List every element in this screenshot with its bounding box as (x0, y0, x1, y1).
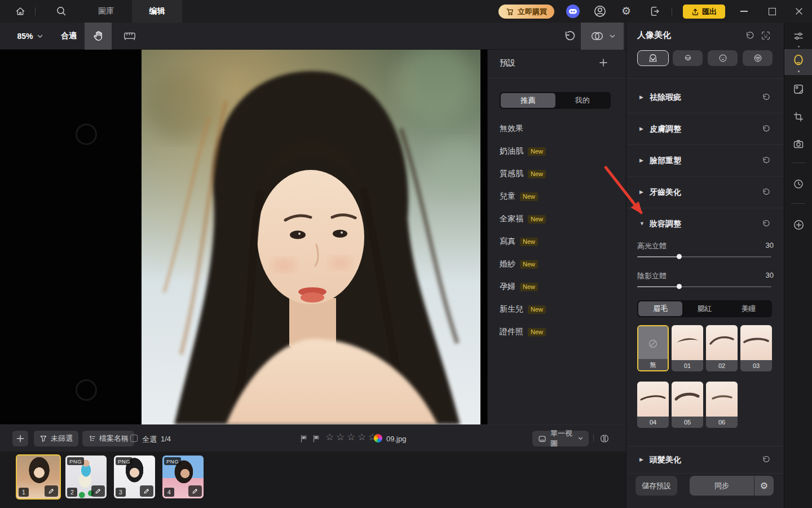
fit-view-button[interactable]: 合適 (58, 23, 80, 50)
export-button[interactable]: 匯出 (683, 5, 725, 19)
slider-highlight-track[interactable] (637, 256, 771, 257)
undo-button[interactable] (556, 23, 581, 50)
camera-tool-icon[interactable] (784, 138, 812, 150)
brow-style-02[interactable]: 02 (706, 325, 738, 371)
slider-highlight-thumb[interactable] (677, 254, 682, 259)
history-tool-icon[interactable] (784, 178, 812, 190)
transfer-icon[interactable] (648, 5, 661, 17)
star-rating-2[interactable]: ☆ (336, 432, 345, 442)
slider-shadow-thumb[interactable] (677, 284, 682, 289)
add-preset-button[interactable] (598, 58, 608, 68)
face-category-child-button[interactable] (708, 50, 738, 66)
compare-view-button[interactable] (581, 23, 624, 50)
slider-fill (637, 286, 679, 287)
edit-pencil-icon[interactable] (140, 485, 153, 497)
sync-label: 同步 (714, 481, 729, 491)
slider-highlight-value: 30 (751, 241, 774, 249)
tab-contact-lens[interactable]: 美瞳 (727, 301, 771, 316)
sync-settings-button[interactable]: ⚙ (754, 476, 774, 496)
section-reset-icon[interactable] (761, 93, 770, 102)
image-canvas[interactable] (0, 50, 487, 424)
add-tool-icon[interactable] (784, 219, 812, 231)
face-category-male-button[interactable] (673, 50, 703, 66)
brow-style-06[interactable]: 06 (706, 382, 738, 428)
color-label-icon[interactable] (374, 434, 382, 443)
edit-pencil-icon[interactable] (188, 485, 202, 497)
zoom-level-value: 85% (17, 32, 33, 41)
settings-gear-icon[interactable]: ⚙ (621, 6, 631, 16)
flag-reject-icon[interactable] (312, 434, 321, 443)
preset-item[interactable]: 新生兒New (500, 298, 546, 321)
save-preset-button[interactable]: 儲存預設 (636, 476, 677, 496)
preset-item[interactable]: 寫真New (500, 230, 538, 253)
panel-reset-icon[interactable] (744, 30, 754, 41)
brow-style-04[interactable]: 04 (637, 382, 669, 428)
filmstrip-item-1[interactable]: 1 (16, 454, 61, 500)
adjustments-tool-icon[interactable] (784, 30, 812, 42)
edit-pencil-icon[interactable] (45, 485, 58, 497)
divider (626, 176, 784, 177)
close-button[interactable] (795, 7, 803, 15)
filmstrip-item-2[interactable]: PNG 2 (65, 456, 107, 498)
crop-tool-icon[interactable] (784, 111, 812, 122)
minimize-button[interactable] (740, 11, 748, 12)
tab-label: 美瞳 (742, 304, 756, 314)
section-reset-icon[interactable] (761, 455, 770, 464)
section-reset-icon[interactable] (761, 187, 770, 196)
star-rating-3[interactable]: ☆ (347, 432, 355, 442)
preset-item[interactable]: 質感肌New (500, 163, 546, 185)
home-icon[interactable] (15, 6, 26, 17)
star-rating-4[interactable]: ☆ (358, 432, 366, 442)
ruler-tool-button[interactable] (116, 23, 143, 50)
account-icon[interactable] (593, 5, 607, 18)
divider (626, 78, 784, 79)
discord-icon[interactable] (566, 5, 580, 18)
preset-item[interactable]: 兒童New (500, 185, 538, 208)
section-label: 牙齒美化 (650, 187, 681, 198)
brow-style-label: 01 (672, 360, 703, 371)
face-category-female-button[interactable] (637, 50, 669, 66)
preset-item[interactable]: 奶油肌New (500, 140, 546, 163)
preset-tab-mine[interactable]: 我的 (555, 93, 610, 108)
preset-item[interactable]: 孕婦New (500, 275, 538, 298)
select-all-checkbox[interactable] (130, 435, 138, 442)
tab-edit[interactable]: 编辑 (132, 0, 182, 23)
filter-button[interactable]: 未篩選 (34, 431, 78, 446)
image-adjust-tool-icon[interactable] (784, 84, 812, 95)
edit-pencil-icon[interactable] (91, 485, 105, 497)
preset-item[interactable]: 婚紗New (500, 253, 538, 275)
star-rating-1[interactable]: ☆ (325, 432, 334, 442)
zoom-level-dropdown[interactable]: 85% (11, 23, 48, 50)
slider-shadow-track[interactable] (637, 286, 771, 287)
sync-button[interactable]: 同步 (690, 476, 754, 496)
sort-button[interactable]: 檔案名稱 (82, 431, 134, 446)
preset-item[interactable]: 證件照New (500, 321, 546, 343)
brow-style-01[interactable]: 01 (672, 325, 703, 371)
buy-now-button[interactable]: 立即購買 (498, 5, 554, 19)
brow-style-05[interactable]: 05 (672, 382, 703, 428)
section-reset-icon[interactable] (761, 156, 770, 165)
filmstrip-item-4[interactable]: PNG 4 (162, 456, 204, 498)
portrait-tool-icon (784, 54, 812, 68)
section-reset-icon[interactable] (761, 124, 770, 133)
view-mode-dropdown[interactable]: 單一視圖 (532, 431, 589, 446)
filmstrip-item-3[interactable]: PNG 3 (114, 456, 155, 498)
tab-blush[interactable]: 腮紅 (682, 301, 726, 316)
brow-style-03[interactable]: 03 (740, 325, 772, 371)
section-reset-icon[interactable] (761, 219, 770, 228)
face-detect-icon[interactable] (761, 30, 771, 41)
tab-gallery[interactable]: 圖庫 (80, 0, 132, 23)
tab-eyebrow[interactable]: 眉毛 (638, 301, 682, 316)
split-compare-icon[interactable] (599, 433, 610, 444)
flag-pick-icon[interactable] (299, 434, 308, 443)
preset-item[interactable]: 全家福New (500, 208, 546, 230)
hand-tool-button[interactable] (85, 23, 112, 50)
preset-item-none[interactable]: 無效果 (500, 117, 523, 140)
add-image-button[interactable] (12, 431, 28, 446)
maximize-button[interactable] (769, 8, 776, 15)
face-category-elder-button[interactable] (743, 50, 773, 66)
search-icon[interactable] (55, 5, 67, 17)
portrait-tool-active[interactable] (784, 49, 812, 75)
preset-tab-recommended[interactable]: 推薦 (501, 93, 555, 108)
brow-style-none[interactable]: 無 (637, 325, 669, 371)
